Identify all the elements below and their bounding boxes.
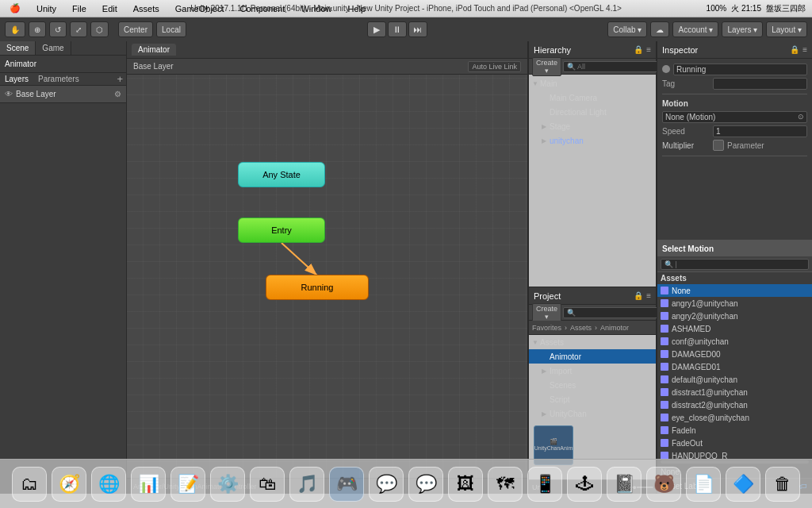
- tree-item-unitychan[interactable]: ▶ unitychan: [529, 133, 656, 148]
- tree-item-light[interactable]: Directional Light: [529, 105, 656, 119]
- breadcrumb-assets[interactable]: Assets: [570, 324, 592, 332]
- dock-excel[interactable]: 📊: [131, 467, 166, 502]
- hierarchy-search[interactable]: [563, 61, 660, 72]
- hand-tool-btn[interactable]: ✋: [5, 21, 25, 37]
- state-any-state[interactable]: Any State: [238, 162, 325, 187]
- dock-photoshop[interactable]: 🖼: [448, 467, 483, 502]
- speed-value-field[interactable]: 1: [713, 125, 807, 137]
- tab-parameters[interactable]: Parameters: [33, 73, 84, 85]
- state-running[interactable]: Running: [266, 275, 369, 300]
- dock-bear[interactable]: 🐻: [646, 467, 681, 502]
- motion-item-angry1[interactable]: angry1@unitychan: [657, 297, 812, 310]
- tree-item-animotor[interactable]: Animotor: [529, 349, 656, 364]
- motion-item-conf[interactable]: conf@unitychan: [657, 335, 812, 348]
- tree-item-assets[interactable]: ▼ Assets: [529, 335, 656, 349]
- breadcrumb-animotor[interactable]: Animotor: [600, 324, 629, 332]
- dock-music[interactable]: 🎵: [289, 467, 324, 502]
- tab-scene[interactable]: Scene: [0, 41, 36, 55]
- tree-item-scenes[interactable]: Scenes: [529, 378, 656, 392]
- animator-canvas[interactable]: Any State Entry Running: [127, 75, 527, 478]
- dock-safari[interactable]: 🧭: [52, 467, 86, 502]
- motion-item-eye-close[interactable]: eye_close@unitychan: [657, 411, 812, 424]
- collab-button[interactable]: Collab ▾: [607, 21, 647, 37]
- dock-evernote[interactable]: 📓: [607, 467, 642, 502]
- menu-edit[interactable]: Edit: [99, 4, 121, 13]
- dock-vs[interactable]: 🔷: [726, 467, 760, 502]
- menu-assets[interactable]: Assets: [130, 4, 163, 13]
- dock-app-store[interactable]: 🛍: [250, 467, 285, 502]
- breadcrumb-favorites[interactable]: Favorites: [532, 324, 561, 332]
- motion-item-fadeln[interactable]: Fadeln: [657, 424, 812, 437]
- layers-button[interactable]: Layers ▾: [722, 21, 763, 37]
- motion-item-disstract2[interactable]: disstract2@unitychan: [657, 398, 812, 411]
- motion-item-default[interactable]: default@unitychan: [657, 373, 812, 386]
- motion-item-damaged00[interactable]: DAMAGED00: [657, 348, 812, 360]
- dock-word[interactable]: 📝: [170, 467, 205, 502]
- motion-item-handupoo-r[interactable]: HANDUPOO_R: [657, 449, 812, 459]
- tab-layers[interactable]: Layers: [0, 73, 33, 85]
- play-button[interactable]: ▶: [367, 21, 386, 37]
- rotate-tool-btn[interactable]: ↺: [49, 21, 67, 37]
- motion-item-ashamed[interactable]: ASHAMED: [657, 322, 812, 335]
- motion-icon-damaged01: [661, 363, 668, 371]
- menu-file[interactable]: File: [69, 4, 90, 13]
- dock-line[interactable]: 📱: [527, 467, 562, 502]
- account-button[interactable]: Account ▾: [672, 21, 718, 37]
- menu-unity[interactable]: Unity: [33, 4, 59, 13]
- motion-item-damaged01[interactable]: DAMAGED01: [657, 360, 812, 373]
- tree-item-camera[interactable]: Main Camera: [529, 90, 656, 105]
- hierarchy-create-btn[interactable]: Create ▾: [532, 57, 561, 76]
- project-lock-icon[interactable]: 🔒: [634, 291, 643, 300]
- hierarchy-lock-icon[interactable]: 🔒: [634, 45, 643, 54]
- rect-tool-btn[interactable]: ⬡: [90, 21, 109, 37]
- dock-unity[interactable]: 🎮: [329, 467, 364, 502]
- cloud-button[interactable]: ☁: [650, 21, 669, 37]
- inspector-menu-icon[interactable]: ≡: [802, 45, 807, 54]
- project-create-btn[interactable]: Create ▾: [532, 303, 561, 322]
- motion-item-disstract1[interactable]: disstract1@unitychan: [657, 386, 812, 398]
- motion-icon-angry2: [661, 312, 668, 320]
- state-entry[interactable]: Entry: [238, 217, 325, 243]
- add-layer-btn[interactable]: +: [113, 73, 126, 85]
- project-menu-icon[interactable]: ≡: [646, 291, 651, 300]
- coord-btn[interactable]: Local: [156, 21, 186, 37]
- base-layer-item[interactable]: 👁 Base Layer ⚙: [0, 86, 126, 103]
- dock-chat1[interactable]: 💬: [369, 467, 404, 502]
- scale-tool-btn[interactable]: ⤢: [70, 21, 87, 37]
- motion-item-fadeout[interactable]: FadeOut: [657, 437, 812, 449]
- project-search[interactable]: [563, 307, 660, 318]
- dock-trash[interactable]: 🗑: [765, 467, 800, 502]
- apple-menu[interactable]: 🍎: [6, 3, 24, 13]
- motion-search-input[interactable]: [661, 259, 809, 270]
- tree-item-import[interactable]: ▶ Import: [529, 364, 656, 378]
- inspector-lock-icon[interactable]: 🔒: [790, 45, 799, 54]
- dock-maps[interactable]: 🗺: [488, 467, 523, 502]
- step-button[interactable]: ⏭: [408, 21, 427, 37]
- pause-button[interactable]: ⏸: [388, 21, 407, 37]
- multiplier-checkbox[interactable]: [713, 140, 724, 151]
- motion-item-none[interactable]: None: [657, 284, 812, 297]
- move-tool-btn[interactable]: ⊕: [29, 21, 46, 37]
- dock-sublime[interactable]: 📄: [686, 467, 721, 502]
- motion-value-field[interactable]: None (Motion) ⊙: [662, 111, 807, 123]
- settings-icon[interactable]: ⚙: [114, 90, 121, 98]
- dock-system-prefs[interactable]: ⚙️: [210, 467, 245, 502]
- dock-chrome[interactable]: 🌐: [91, 467, 126, 502]
- tree-item-script[interactable]: Script: [529, 392, 656, 406]
- motion-item-angry2[interactable]: angry2@unitychan: [657, 310, 812, 322]
- layout-button[interactable]: Layout ▾: [766, 21, 807, 37]
- dock-finder[interactable]: 🗂: [12, 467, 47, 502]
- dock-game[interactable]: 🕹: [567, 467, 602, 502]
- dock-chat2[interactable]: 💬: [408, 467, 443, 502]
- hierarchy-menu-icon[interactable]: ≡: [646, 45, 651, 54]
- pivot-btn[interactable]: Center: [118, 21, 153, 37]
- tree-item-main[interactable]: ▼ Main: [529, 76, 656, 90]
- inspector-tag-field[interactable]: [713, 78, 807, 90]
- inspector-state-name-field[interactable]: Running: [673, 64, 807, 75]
- auto-live-link[interactable]: Auto Live Link: [468, 61, 521, 72]
- tree-item-stage[interactable]: ▶ Stage: [529, 119, 656, 133]
- animator-tab[interactable]: Animator: [132, 44, 176, 56]
- tree-item-unitychan-folder[interactable]: ▶ UnityChan: [529, 406, 656, 421]
- tab-game[interactable]: Game: [36, 41, 71, 55]
- motion-section-title[interactable]: Motion: [661, 98, 809, 110]
